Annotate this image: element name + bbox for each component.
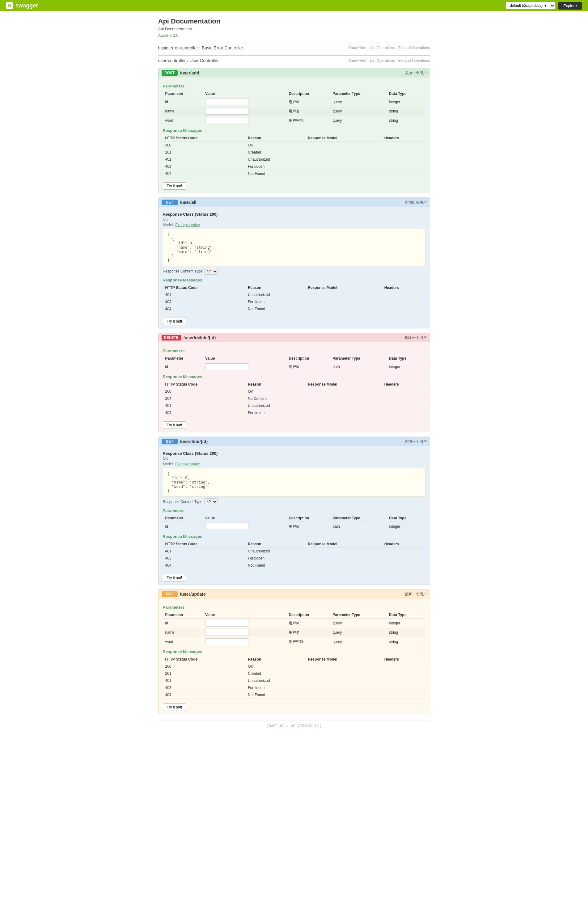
th-headers: Headers <box>382 381 425 388</box>
th-reason: Reason <box>245 656 305 663</box>
example-value-tab-find[interactable]: Example Value <box>175 462 200 466</box>
controller-user-name: user-controller <box>158 58 186 63</box>
param-input-name-post-add[interactable] <box>205 108 248 115</box>
basic-error-list-operations[interactable]: List Operations <box>370 46 395 50</box>
param-desc: 用户Id <box>286 619 330 628</box>
explore-button[interactable]: Explore <box>559 2 582 9</box>
example-value-tab[interactable]: Example Value <box>175 223 200 227</box>
table-row: 200OK <box>163 142 425 149</box>
endpoint-body-get-user-all: Response Class (Status 200) OK Model Exa… <box>158 207 430 328</box>
th-reason: Reason <box>245 381 305 388</box>
param-input-name-put[interactable] <box>205 629 248 636</box>
table-row: name 用户名 query string <box>163 628 425 637</box>
param-data-type: string <box>386 628 425 637</box>
model-tab[interactable]: Model <box>163 223 173 227</box>
endpoint-body-post-user-add: Parameters Parameter Value Description P… <box>158 78 430 193</box>
try-button-post-add[interactable]: Try it out! <box>163 182 186 190</box>
param-input-id-post-add[interactable] <box>205 99 248 106</box>
param-value <box>203 619 286 628</box>
params-title-put-update: Parameters <box>163 605 425 610</box>
th-description: Description <box>286 90 330 97</box>
apache-link[interactable]: Apache 2.0 <box>158 33 178 38</box>
endpoint-desc-post-user-add: 添加一个用户 <box>405 70 427 76</box>
param-name: word <box>163 637 203 646</box>
param-type: query <box>330 637 386 646</box>
response-messages-title-get-all: Response Messages <box>163 278 425 282</box>
response-table-get-all: HTTP Status Code Reason Response Model H… <box>163 284 425 313</box>
endpoint-path-get-user-all: /user/all <box>180 200 197 205</box>
table-row: 403Forbidden <box>163 684 425 692</box>
th-value: Value <box>203 611 286 619</box>
endpoint-body-get-user-find: Response Class (Status 200) OK Model Exa… <box>158 446 430 585</box>
response-messages-title-delete-user: Response Messages <box>163 374 425 379</box>
param-value <box>203 637 286 646</box>
model-tab[interactable]: Model <box>163 462 173 466</box>
basic-error-show-hide[interactable]: Show/Hide <box>348 46 366 50</box>
params-table-delete-user: Parameter Value Description Parameter Ty… <box>163 355 425 371</box>
response-content-type-get-all: Response Content Type */* <box>163 268 425 275</box>
try-button-get-all[interactable]: Try it out! <box>163 318 186 325</box>
basic-error-expand-operations[interactable]: Expand Operations <box>398 46 430 50</box>
response-content-type-select-get-find[interactable]: */* <box>204 498 217 505</box>
th-param-type: Parameter Type <box>330 90 386 97</box>
param-desc: 用户Id <box>286 97 330 107</box>
user-expand-operations[interactable]: Expand Operations <box>398 58 430 63</box>
response-table-get-find: HTTP Status Code Reason Response Model H… <box>163 541 425 569</box>
table-row: 201Created <box>163 670 425 677</box>
table-row: 403Forbidden <box>163 555 425 562</box>
param-name: id <box>163 522 203 531</box>
response-content-type-label-find: Response Content Type <box>163 500 203 504</box>
param-input-word-put[interactable] <box>205 638 248 645</box>
param-value <box>203 362 286 372</box>
controller-user-title: user-controller : User Controller <box>158 58 219 63</box>
try-button-get-find[interactable]: Try it out! <box>163 574 186 582</box>
endpoint-desc-get-user-find: 查询一个用户 <box>405 439 427 444</box>
table-row: 401Unauthorized <box>163 402 425 410</box>
param-value <box>203 628 286 637</box>
response-content-type-label: Response Content Type <box>163 269 203 273</box>
param-input-id-get-find[interactable] <box>205 523 248 530</box>
table-row: 403Forbidden <box>163 298 425 306</box>
endpoint-path-put-user-update: /user/update <box>180 592 206 597</box>
user-list-operations[interactable]: List Operations <box>370 58 395 63</box>
response-table-delete-user: HTTP Status Code Reason Response Model H… <box>163 381 425 416</box>
param-type: query <box>330 628 386 637</box>
table-row: 404Not Found <box>163 692 425 698</box>
user-show-hide[interactable]: Show/Hide <box>348 58 366 63</box>
table-row: 401Unauthorized <box>163 548 425 555</box>
api-select[interactable]: default (/2/api-docs) ▼ <box>506 2 555 9</box>
param-input-word-post-add[interactable] <box>205 117 248 124</box>
json-example-get-find: { "id": 0, "name": "string", "word": "st… <box>163 468 425 497</box>
table-row: 404Not Found <box>163 306 425 313</box>
brand-name: swagger <box>16 3 38 9</box>
try-button-put-update[interactable]: Try it out! <box>163 703 186 711</box>
th-data-type: Data Type <box>386 355 425 362</box>
th-response-model: Response Model <box>305 284 382 291</box>
table-row: id 用户Id query integer <box>163 619 425 628</box>
response-content-type-get-find: Response Content Type */* <box>163 498 425 505</box>
controller-basic-error: basic-error-controller : Basic Error Con… <box>158 43 430 53</box>
param-name: id <box>163 619 203 628</box>
param-input-id-put[interactable] <box>205 620 248 627</box>
response-content-type-select-get-all[interactable]: */* <box>204 268 217 275</box>
params-table-get-find: Parameter Value Description Parameter Ty… <box>163 515 425 531</box>
endpoint-path-post-user-add: /user/add <box>180 70 199 75</box>
controller-user-desc: User Controller <box>189 58 219 63</box>
th-http-status: HTTP Status Code <box>163 541 246 548</box>
table-row: 201Created <box>163 149 425 156</box>
param-type: query <box>330 97 386 107</box>
th-parameter: Parameter <box>163 515 203 522</box>
endpoint-desc-delete-user: 删除一个用户 <box>405 335 427 340</box>
endpoint-delete-user-header: DELETE /user/delete/{id} 删除一个用户 <box>158 333 430 342</box>
param-data-type: integer <box>386 619 425 628</box>
th-reason: Reason <box>245 135 305 142</box>
param-input-id-delete[interactable] <box>205 363 248 370</box>
th-http-status: HTTP Status Code <box>163 656 246 663</box>
page-subtitle: Api Documentation <box>158 26 430 31</box>
param-type: query <box>330 107 386 116</box>
params-title-get-find: Parameters <box>163 508 425 513</box>
th-value: Value <box>203 515 286 522</box>
model-tabs-get-find: Model Example Value <box>163 462 425 466</box>
controller-basic-error-name: basic-error-controller <box>158 45 198 50</box>
try-button-delete-user[interactable]: Try it out! <box>163 421 186 429</box>
